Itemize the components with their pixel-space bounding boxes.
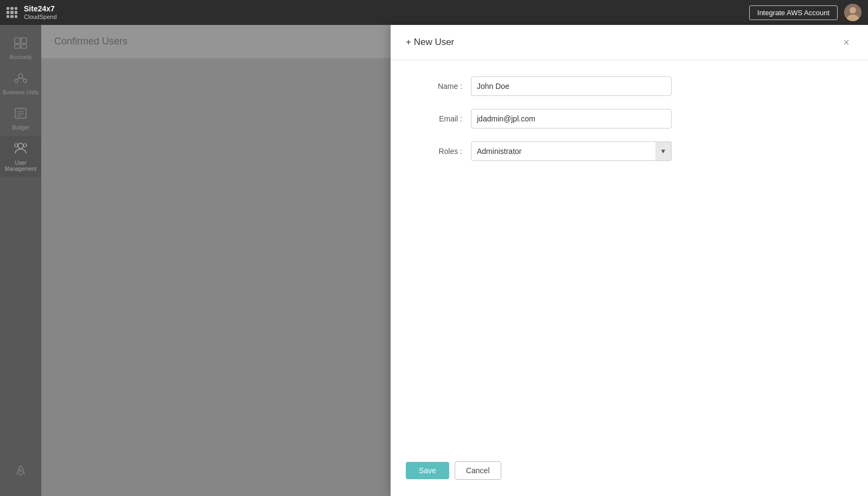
brand-name: Site24x7 (24, 5, 57, 13)
navbar-right: Integrate AWS Account (749, 4, 861, 21)
navbar: Site24x7 CloudSpend Integrate AWS Accoun… (0, 0, 868, 25)
modal-close-button[interactable]: × (840, 36, 853, 49)
user-avatar[interactable] (844, 4, 861, 21)
roles-select-wrapper: Administrator Viewer Editor ▼ (471, 141, 672, 161)
name-input[interactable] (471, 76, 672, 96)
new-user-modal: + New User × Name : Email : Roles : Admi… (391, 25, 868, 496)
grid-menu-icon[interactable] (7, 7, 17, 18)
roles-label: Roles : (406, 147, 471, 156)
brand-site: Site (24, 4, 38, 13)
integrate-aws-button[interactable]: Integrate AWS Account (749, 5, 838, 20)
save-button[interactable]: Save (406, 462, 449, 479)
svg-point-1 (850, 7, 856, 14)
email-label: Email : (406, 114, 471, 123)
navbar-left: Site24x7 CloudSpend (7, 5, 57, 20)
name-form-row: Name : (406, 76, 853, 96)
name-label: Name : (406, 82, 471, 91)
brand-247: 24x7 (38, 4, 55, 13)
roles-form-row: Roles : Administrator Viewer Editor ▼ (406, 141, 853, 161)
email-form-row: Email : (406, 109, 853, 128)
brand-logo: Site24x7 CloudSpend (24, 5, 57, 20)
modal-header: + New User × (391, 25, 868, 60)
modal-body: Name : Email : Roles : Administrator Vie… (391, 60, 868, 461)
email-input[interactable] (471, 109, 672, 128)
brand-cloudspend: CloudSpend (24, 14, 57, 20)
modal-title: + New User (406, 37, 454, 48)
roles-select[interactable]: Administrator Viewer Editor (471, 141, 672, 161)
modal-actions: Save Cancel (391, 461, 868, 496)
cancel-button[interactable]: Cancel (455, 461, 501, 480)
modal-overlay: + New User × Name : Email : Roles : Admi… (0, 25, 868, 496)
